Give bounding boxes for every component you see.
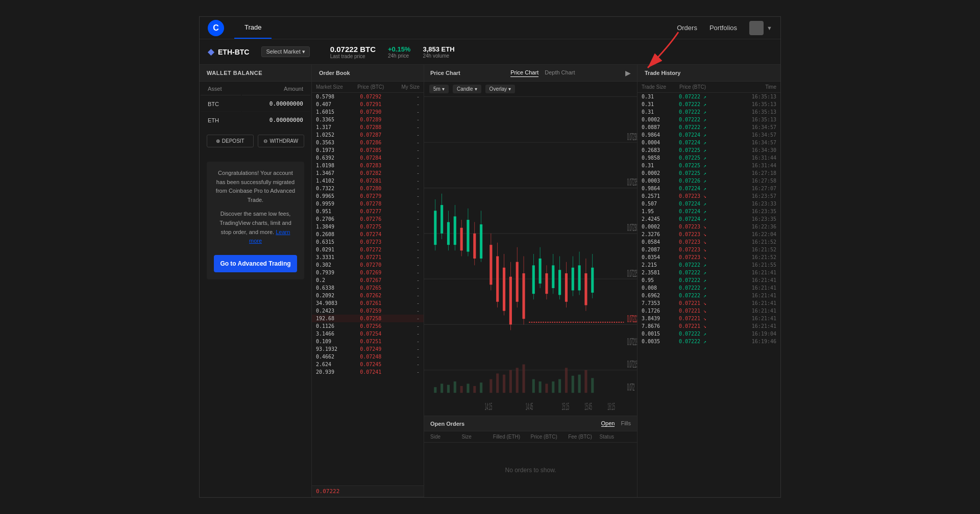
profile-area[interactable]: ▼ xyxy=(749,21,772,35)
asset-row: BTC 0.00000000 xyxy=(201,96,310,112)
ob-ask-my-size: - xyxy=(389,232,420,237)
svg-text:15:15: 15:15 xyxy=(561,401,569,412)
nav-right: Orders Portfolios ▼ xyxy=(677,21,772,35)
tab-price-chart[interactable]: Price Chart xyxy=(510,69,538,77)
oo-col-filled: Filled (ETH) xyxy=(493,434,531,440)
th-time: 16:35:13 xyxy=(713,94,776,99)
chart-tabs: Price Chart Depth Chart xyxy=(510,69,575,77)
svg-rect-84 xyxy=(578,375,581,393)
th-time: 16:21:55 xyxy=(713,262,776,268)
ob-ask-row: 0.2092 0.07262 - xyxy=(312,292,424,299)
th-price: 0.07222 ↗ xyxy=(672,285,713,291)
expand-icon[interactable]: ▶ xyxy=(625,69,631,77)
ob-ask-price: 0.07287 xyxy=(353,132,389,138)
ob-ask-size: 1.317 xyxy=(316,124,353,130)
plus-icon: ⊕ xyxy=(216,138,220,144)
price-change-label: 24h price xyxy=(388,53,410,59)
price-change: +0.15% xyxy=(388,45,410,53)
withdraw-button[interactable]: ⊖ WITHDRAW xyxy=(258,135,305,147)
th-size: 0.0003 xyxy=(642,178,672,184)
asset-table: Asset Amount BTC 0.00000000 ETH 0.000000… xyxy=(200,82,311,128)
th-size: 0.31 xyxy=(642,109,672,115)
svg-text:14:15: 14:15 xyxy=(485,401,492,412)
overlay-button[interactable]: Overlay ▾ xyxy=(485,85,515,93)
ob-ask-my-size: - xyxy=(389,155,420,161)
ob-ask-size: 0.7322 xyxy=(316,186,353,191)
candle-button[interactable]: Candle ▾ xyxy=(453,85,481,93)
svg-text:0.07230: 0.07230 xyxy=(627,222,637,234)
th-time: 16:21:41 xyxy=(713,285,776,291)
coinbase-logo[interactable]: C xyxy=(208,20,224,36)
ob-ask-price: 0.07277 xyxy=(353,209,389,214)
ob-ask-row: 0.302 0.07270 - xyxy=(312,261,424,269)
ob-ask-my-size: - xyxy=(389,201,420,207)
th-price: 0.07222 ↗ xyxy=(672,277,713,283)
svg-rect-67 xyxy=(460,386,463,393)
ob-ask-my-size: - xyxy=(389,254,420,260)
ob-ask-my-size: - xyxy=(389,293,420,298)
tab-depth-chart[interactable]: Depth Chart xyxy=(545,69,575,77)
svg-text:0.07238: 0.07238 xyxy=(627,131,637,142)
ob-ask-price: 0.07254 xyxy=(353,331,389,337)
th-time: 16:35:13 xyxy=(713,117,776,122)
ob-ask-my-size: - xyxy=(389,339,420,344)
trade-history-row: 2.3581 0.07222 ↗ 16:21:41 xyxy=(638,269,780,276)
oo-tab-fills[interactable]: Fills xyxy=(621,420,631,427)
nav-tab-trade[interactable]: Trade xyxy=(234,17,272,39)
orders-link[interactable]: Orders xyxy=(677,24,697,32)
svg-rect-70 xyxy=(480,382,482,393)
ob-ask-price: 0.07273 xyxy=(353,239,389,245)
goto-advanced-trading-button[interactable]: Go to Advanced Trading xyxy=(214,255,297,272)
ob-ask-size: 0.4662 xyxy=(316,354,353,359)
timeframe-button[interactable]: 5m ▾ xyxy=(429,85,449,93)
ob-ask-my-size: - xyxy=(389,362,420,367)
oo-tabs: Open Fills xyxy=(601,420,631,427)
th-size: 0.0002 xyxy=(642,117,672,122)
th-price: 0.07222 ↗ xyxy=(672,117,713,122)
portfolios-link[interactable]: Portfolios xyxy=(709,24,737,32)
oo-title: Open Orders xyxy=(430,421,464,427)
ob-ask-size: 0.1126 xyxy=(316,323,353,329)
th-price: 0.07225 ↗ xyxy=(672,163,713,168)
ob-ask-row: 1.3849 0.07275 - xyxy=(312,223,424,230)
trade-history-row: 7.8676 0.07221 ↘ 16:21:41 xyxy=(638,322,780,330)
ob-ask-my-size: - xyxy=(389,308,420,314)
ob-ask-price: 0.07261 xyxy=(353,300,389,306)
ob-ask-price: 0.07271 xyxy=(353,254,389,260)
trade-history-row: 0.1726 0.07221 ↘ 16:21:41 xyxy=(638,307,780,315)
svg-rect-86 xyxy=(591,378,594,393)
oo-header: Open Orders Open Fills xyxy=(424,416,637,431)
th-col-trade-size: Trade Size xyxy=(642,84,672,90)
ob-ask-size: 0.6392 xyxy=(316,155,353,161)
ob-ask-size: 0.2706 xyxy=(316,216,353,222)
ob-ask-row: 1.317 0.07288 - xyxy=(312,123,424,131)
th-price: 0.07223 ↘ xyxy=(672,254,713,260)
th-size: 0.0002 xyxy=(642,170,672,176)
th-size: 0.008 xyxy=(642,285,672,291)
ob-ask-my-size: - xyxy=(389,132,420,138)
ob-ask-size: 1.0252 xyxy=(316,132,353,138)
asset-row: ETH 0.00000000 xyxy=(201,113,310,127)
ob-ask-size: 0.407 xyxy=(316,101,353,107)
trade-history-row: 2.215 0.07222 ↗ 16:21:55 xyxy=(638,261,780,269)
col-amount: Amount xyxy=(242,83,310,95)
ob-ask-my-size: - xyxy=(389,285,420,291)
trade-history-row: 2.3276 0.07223 ↘ 16:22:04 xyxy=(638,230,780,238)
ob-ask-row: 1.0252 0.07287 - xyxy=(312,131,424,139)
svg-rect-69 xyxy=(473,386,476,393)
th-size: 0.507 xyxy=(642,201,672,207)
ob-ask-size: 0.3563 xyxy=(316,140,353,145)
ob-ask-price: 0.07276 xyxy=(353,216,389,222)
ob-ask-size: 0.1973 xyxy=(316,147,353,153)
select-market-button[interactable]: Select Market ▾ xyxy=(261,46,309,57)
ob-ask-price: 0.07275 xyxy=(353,224,389,229)
ob-ask-price: 0.07272 xyxy=(353,247,389,252)
ob-ask-my-size: - xyxy=(389,239,420,245)
deposit-button[interactable]: ⊕ DEPOSIT xyxy=(207,135,254,147)
th-size: 0.31 xyxy=(642,101,672,107)
oo-tab-open[interactable]: Open xyxy=(601,420,615,427)
ob-ask-row: 0.951 0.07277 - xyxy=(312,208,424,215)
trade-history-row: 0.0015 0.07222 ↗ 16:19:04 xyxy=(638,330,780,338)
trade-history-row: 0.9858 0.07225 ↗ 16:31:44 xyxy=(638,154,780,162)
svg-rect-68 xyxy=(467,384,469,393)
